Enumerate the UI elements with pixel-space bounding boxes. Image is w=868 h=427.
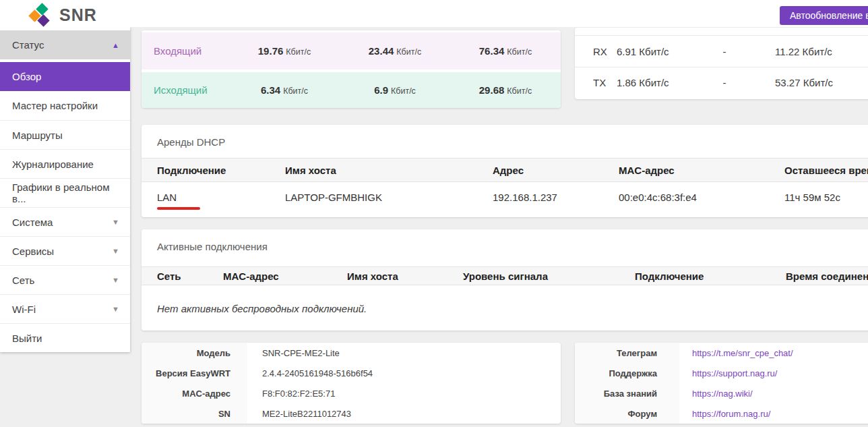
active-card-title: Активные подключения (142, 229, 868, 266)
outgoing-rate-1: 6.34Кбит/с (229, 84, 340, 96)
brand-logo: SNR (30, 3, 164, 27)
knowledge-base-link[interactable]: https://nag.wiki/ (692, 389, 753, 399)
active-connections-card: Активные подключения Сеть MAC-адрес Имя … (142, 229, 868, 331)
sidebar-item-routes[interactable]: Маршруты (0, 120, 130, 149)
sidebar-item-overview[interactable]: Обзор (0, 62, 130, 91)
device-info-card: Модель SNR-CPE-ME2-Lite Версия EasyWRT 2… (142, 343, 561, 424)
sidebar-item-label: Сеть (12, 275, 34, 286)
interface-rxtx-card: RX 6.91 Кбит/с - 11.22 Кбит/с TX 1.86 Кб… (575, 28, 868, 99)
knowledge-base-label: База знаний (575, 383, 679, 403)
brand-text: SNR (59, 5, 97, 25)
telegram-link[interactable]: https://t.me/snr_cpe_chat/ (692, 348, 793, 358)
sidebar-item-label: Журналирование (12, 159, 94, 170)
chevron-down-icon: ▼ (112, 218, 119, 226)
rx-rate-2: 11.22 Кбит/с (775, 46, 832, 57)
dhcp-table-row: LAN LAPTOP-GFMBHIGK 192.168.1.237 00:e0:… (142, 182, 868, 212)
device-mac-value: F8:F0:82:F2:E5:71 (247, 383, 335, 403)
dhcp-leases-card: Аренды DHCP Подключение Имя хоста Адрес … (142, 125, 868, 217)
col-mac: MAC-адрес (223, 271, 347, 282)
incoming-traffic-row: Входящий 19.76Кбит/с 23.44Кбит/с 76.34Кб… (142, 32, 561, 69)
col-connection: Подключение (635, 271, 786, 282)
dhcp-connection-cell: LAN (157, 182, 285, 212)
sidebar-item-label: Система (12, 217, 53, 228)
outgoing-rate-2: 6.9Кбит/с (340, 84, 450, 96)
col-network: Сеть (157, 271, 223, 282)
rx-row: RX 6.91 Кбит/с - 11.22 Кбит/с (575, 36, 868, 67)
col-lease-time: Оставшееся время аренды (784, 165, 868, 176)
sidebar-item-wifi[interactable]: Wi-Fi ▼ (0, 294, 130, 323)
sidebar-item-logout[interactable]: Выйти (0, 323, 130, 352)
sidebar-item-label: Графики в реальном в... (12, 181, 119, 204)
device-model-row: Модель SNR-CPE-ME2-Lite (142, 343, 561, 363)
sidebar-item-label: Сервисы (12, 246, 54, 257)
sidebar-item-services[interactable]: Сервисы ▼ (0, 236, 130, 265)
tx-label: TX (593, 77, 617, 88)
annotation-underline (157, 207, 200, 210)
tx-rate-1: 1.86 Кбит/с (617, 77, 711, 88)
sidebar-item-status[interactable]: Статус ▲ (0, 30, 130, 59)
sidebar-item-label: Мастер настройки (12, 100, 98, 111)
incoming-rate-3: 76.34Кбит/с (450, 45, 561, 57)
rx-label: RX (593, 46, 617, 57)
support-link[interactable]: https://support.nag.ru/ (692, 368, 777, 378)
device-model-label: Модель (142, 343, 247, 363)
tx-rate-2: 53.27 Кбит/с (775, 77, 833, 88)
col-hostname: Имя хоста (285, 165, 493, 176)
dhcp-hostname-cell: LAPTOP-GFMBHIGK (285, 192, 493, 203)
device-sn-value: ME2-LiteB2211012743 (247, 403, 351, 424)
sidebar-item-label: Wi-Fi (12, 304, 36, 315)
sidebar-item-label: Маршруты (12, 130, 63, 141)
chevron-up-icon: ▲ (112, 41, 119, 49)
sidebar-item-system[interactable]: Система ▼ (0, 207, 130, 236)
sidebar-item-logging[interactable]: Журналирование (0, 149, 130, 178)
incoming-rate-2: 23.44Кбит/с (340, 45, 450, 57)
device-model-value: SNR-CPE-ME2-Lite (247, 343, 340, 363)
topbar: SNR Автообновление в (0, 0, 868, 27)
device-firmware-row: Версия EasyWRT 2.4.4-2405161948-516b6f54 (142, 363, 561, 383)
device-firmware-label: Версия EasyWRT (142, 363, 247, 383)
sidebar-item-label: Обзор (12, 71, 41, 82)
device-mac-label: MAC-адрес (142, 383, 247, 403)
rx-rate-1: 6.91 Кбит/с (617, 46, 711, 57)
dhcp-lease-cell: 11ч 59м 52с (784, 192, 868, 203)
sidebar-item-network[interactable]: Сеть ▼ (0, 265, 130, 294)
sidebar: Статус ▲ Обзор Мастер настройки Маршруты… (0, 27, 130, 352)
forum-label: Форум (575, 403, 679, 424)
incoming-label: Входящий (154, 45, 229, 57)
incoming-rate-1: 19.76Кбит/с (229, 45, 340, 57)
outgoing-rate-3: 29.68Кбит/с (450, 84, 561, 96)
forum-row: Форум https://forum.nag.ru/ (575, 403, 868, 424)
col-mac: MAC-адрес (619, 165, 784, 176)
sidebar-item-label: Выйти (12, 333, 42, 344)
chevron-down-icon: ▼ (112, 276, 119, 284)
dhcp-mac-cell: 00:e0:4c:68:3f:e4 (619, 192, 784, 203)
chevron-down-icon: ▼ (112, 305, 119, 313)
outgoing-label: Исходящий (154, 84, 229, 96)
active-table-header: Сеть MAC-адрес Имя хоста Уровень сигнала… (142, 266, 868, 285)
dhcp-card-title: Аренды DHCP (142, 125, 868, 158)
chevron-down-icon: ▼ (112, 247, 119, 255)
device-sn-row: SN ME2-LiteB2211012743 (142, 403, 561, 424)
clipped-row (575, 28, 868, 36)
knowledge-base-row: База знаний https://nag.wiki/ (575, 383, 868, 403)
support-links-card: Телеграм https://t.me/snr_cpe_chat/ Подд… (575, 343, 868, 424)
device-sn-label: SN (142, 403, 247, 424)
dhcp-table-header: Подключение Имя хоста Адрес MAC-адрес Ос… (142, 158, 868, 182)
no-connections-message: Нет активных беспроводных подключений. (157, 303, 868, 314)
support-row: Поддержка https://support.nag.ru/ (575, 363, 868, 383)
tx-dash: - (711, 77, 738, 88)
telegram-label: Телеграм (575, 343, 679, 363)
forum-link[interactable]: https://forum.nag.ru/ (692, 409, 770, 419)
col-uptime: Время соединения (786, 271, 868, 282)
device-mac-row: MAC-адрес F8:F0:82:F2:E5:71 (142, 383, 561, 403)
dhcp-address-cell: 192.168.1.237 (493, 192, 619, 203)
sidebar-item-realtime-graphs[interactable]: Графики в реальном в... (0, 178, 130, 207)
auto-refresh-button[interactable]: Автообновление в (780, 6, 868, 25)
col-address: Адрес (493, 165, 619, 176)
sidebar-item-setup-wizard[interactable]: Мастер настройки (0, 91, 130, 120)
outgoing-traffic-row: Исходящий 6.34Кбит/с 6.9Кбит/с 29.68Кбит… (142, 72, 561, 108)
tx-row: TX 1.86 Кбит/с - 53.27 Кбит/с (575, 67, 868, 98)
col-signal: Уровень сигнала (463, 271, 635, 282)
sidebar-item-label: Статус (12, 39, 44, 51)
snr-logo-icon (30, 4, 51, 26)
